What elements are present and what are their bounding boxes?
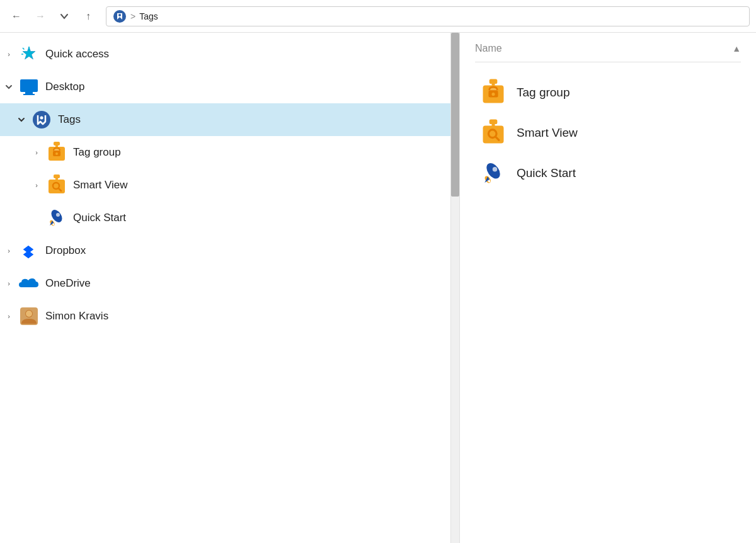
quick-access-label: Quick access bbox=[45, 48, 109, 60]
simon-kravis-label: Simon Kravis bbox=[45, 310, 108, 323]
content-panel: Name ▲ Tag group bbox=[460, 33, 756, 543]
content-item-tag-group[interactable]: Tag group bbox=[475, 72, 741, 113]
svg-rect-6 bbox=[20, 79, 38, 92]
sort-arrow-icon[interactable]: ▲ bbox=[732, 43, 741, 54]
person-icon bbox=[18, 305, 40, 328]
tags-icon bbox=[30, 108, 53, 131]
onedrive-label: OneDrive bbox=[45, 277, 91, 290]
tags-label: Tags bbox=[58, 113, 81, 126]
sidebar-item-quick-access[interactable]: › Quick access bbox=[0, 38, 450, 71]
svg-rect-41 bbox=[483, 126, 504, 144]
expand-tags[interactable] bbox=[13, 103, 30, 136]
sidebar-item-quick-start[interactable]: › Quick Start bbox=[0, 202, 450, 234]
sidebar-scrollbar[interactable]: ▲ bbox=[450, 33, 459, 543]
up-button[interactable]: ↑ bbox=[78, 6, 98, 26]
quick-start-icon bbox=[45, 207, 68, 229]
sidebar-container: › Quick access bbox=[0, 33, 460, 543]
expand-dropbox[interactable]: › bbox=[0, 234, 18, 267]
dropdown-button[interactable] bbox=[54, 6, 74, 26]
content-tag-group-icon bbox=[480, 79, 507, 106]
dropbox-label: Dropbox bbox=[45, 244, 86, 257]
tag-group-icon bbox=[45, 141, 68, 164]
desktop-icon bbox=[18, 76, 40, 98]
sidebar-item-smart-view[interactable]: › Smart View bbox=[0, 169, 450, 202]
sidebar-item-onedrive[interactable]: › OneDrive bbox=[0, 267, 450, 300]
sidebar-item-tag-group[interactable]: › bbox=[0, 136, 450, 169]
expand-quick-access[interactable]: › bbox=[0, 38, 18, 71]
sidebar-item-dropbox[interactable]: › Dropbox bbox=[0, 234, 450, 267]
expand-onedrive[interactable]: › bbox=[0, 267, 18, 300]
quick-start-label: Quick Start bbox=[73, 212, 126, 224]
address-path: Tags bbox=[139, 11, 158, 21]
back-button[interactable]: ← bbox=[6, 6, 26, 26]
scrollbar-thumb[interactable] bbox=[451, 33, 459, 197]
expand-tag-group[interactable]: › bbox=[28, 136, 45, 169]
sidebar-item-tags[interactable]: Tags bbox=[0, 103, 450, 136]
forward-button[interactable]: → bbox=[30, 6, 50, 26]
column-header: Name ▲ bbox=[475, 43, 741, 62]
content-smart-view-label: Smart View bbox=[517, 126, 578, 140]
content-item-quick-start[interactable]: Quick Start bbox=[475, 153, 741, 193]
content-tag-group-label: Tag group bbox=[517, 86, 570, 100]
svg-line-5 bbox=[23, 48, 25, 50]
svg-point-45 bbox=[493, 167, 498, 172]
address-separator: > bbox=[130, 11, 135, 21]
main-area: › Quick access bbox=[0, 33, 756, 543]
quick-access-icon bbox=[18, 43, 40, 66]
sidebar: › Quick access bbox=[0, 33, 450, 543]
svg-point-1 bbox=[118, 14, 121, 16]
svg-point-38 bbox=[491, 93, 495, 96]
desktop-label: Desktop bbox=[45, 81, 84, 93]
onedrive-icon bbox=[18, 272, 40, 295]
app-icon bbox=[113, 9, 127, 23]
svg-rect-8 bbox=[23, 94, 35, 95]
expand-simon-kravis[interactable]: › bbox=[0, 300, 18, 333]
svg-rect-19 bbox=[49, 180, 65, 193]
svg-marker-29 bbox=[23, 251, 33, 258]
content-item-smart-view[interactable]: Smart View bbox=[475, 113, 741, 153]
sidebar-item-simon-kravis[interactable]: › Simon Kravis bbox=[0, 300, 450, 333]
expand-smart-view[interactable]: › bbox=[28, 169, 45, 202]
svg-rect-7 bbox=[25, 92, 33, 94]
expand-desktop[interactable] bbox=[0, 71, 18, 103]
tag-group-label: Tag group bbox=[73, 146, 121, 159]
content-quick-start-label: Quick Start bbox=[517, 166, 576, 180]
svg-point-10 bbox=[40, 117, 43, 120]
dropbox-icon bbox=[18, 239, 40, 262]
smart-view-icon bbox=[45, 174, 68, 197]
navigation-bar: ← → ↑ > Tags bbox=[0, 0, 756, 33]
svg-point-16 bbox=[55, 152, 58, 155]
address-bar[interactable]: > Tags bbox=[106, 6, 750, 26]
column-name-label: Name bbox=[475, 43, 502, 54]
sidebar-item-desktop[interactable]: Desktop bbox=[0, 71, 450, 103]
content-smart-view-icon bbox=[480, 120, 507, 146]
content-quick-start-icon bbox=[480, 160, 507, 186]
smart-view-label: Smart View bbox=[73, 179, 128, 191]
svg-point-9 bbox=[33, 111, 50, 129]
svg-point-23 bbox=[56, 213, 60, 217]
svg-point-32 bbox=[26, 311, 32, 317]
